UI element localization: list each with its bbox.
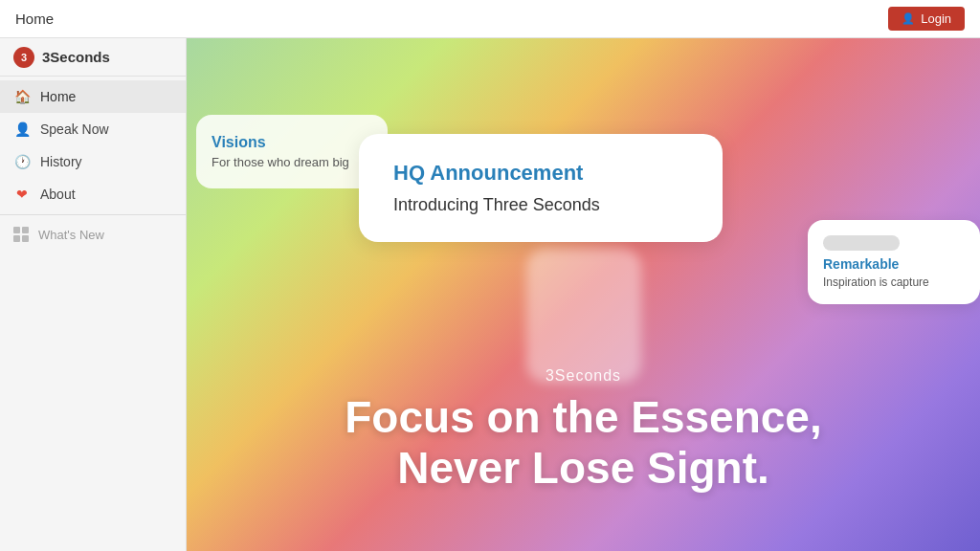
- heart-icon: ❤: [13, 186, 31, 203]
- hero-section: Visions For those who dream big HQ Annou…: [187, 38, 980, 551]
- sidebar-item-home[interactable]: 🏠 Home: [0, 80, 186, 113]
- main-content: Visions For those who dream big HQ Annou…: [187, 38, 980, 551]
- sidebar-item-history-label: History: [40, 154, 82, 169]
- hero-tagline-line2: Never Lose Signt.: [397, 443, 769, 493]
- visions-text: For those who dream big: [212, 155, 372, 169]
- sidebar-divider: [0, 214, 186, 215]
- app-header: Home Login: [0, 0, 980, 38]
- remarkable-title: Remarkable: [823, 256, 965, 272]
- main-layout: 3 3Seconds 🏠 Home 👤 Speak Now 🕐 History …: [0, 0, 980, 551]
- sidebar-nav: 🏠 Home 👤 Speak Now 🕐 History ❤ About Wha…: [0, 77, 186, 253]
- remarkable-card: Remarkable Inspiration is capture: [808, 220, 980, 304]
- sidebar-item-history[interactable]: 🕐 History: [0, 145, 186, 178]
- sidebar: 3 3Seconds 🏠 Home 👤 Speak Now 🕐 History …: [0, 38, 187, 551]
- remarkable-text: Inspiration is capture: [823, 276, 965, 289]
- home-icon: 🏠: [13, 88, 31, 105]
- hero-brand: 3Seconds: [187, 367, 980, 385]
- visions-title: Visions: [212, 134, 372, 151]
- grid-icon: [13, 227, 29, 242]
- announcement-subtitle: Introducing Three Seconds: [393, 195, 688, 215]
- hero-tagline: Focus on the Essence, Never Lose Signt.: [187, 392, 980, 494]
- remarkable-tag: [823, 235, 900, 251]
- login-button[interactable]: Login: [888, 7, 965, 31]
- sidebar-item-speak-now[interactable]: 👤 Speak Now: [0, 113, 186, 145]
- logo-icon: 3: [13, 47, 34, 68]
- page-title: Home: [15, 11, 54, 27]
- sidebar-item-about[interactable]: ❤ About: [0, 178, 186, 210]
- person-icon: 👤: [13, 121, 31, 138]
- announcement-title: HQ Announcement: [393, 161, 688, 186]
- whats-new-label: What's New: [38, 228, 104, 242]
- hero-tagline-line1: Focus on the Essence,: [345, 392, 821, 442]
- sidebar-item-speak-now-label: Speak Now: [40, 121, 109, 137]
- history-icon: 🕐: [13, 153, 31, 170]
- app-name: 3Seconds: [42, 49, 110, 65]
- phone-mockup: [526, 249, 641, 383]
- hero-bottom: 3Seconds Focus on the Essence, Never Los…: [187, 367, 980, 494]
- sidebar-item-home-label: Home: [40, 89, 76, 104]
- announcement-card: HQ Announcement Introducing Three Second…: [359, 134, 723, 242]
- sidebar-logo[interactable]: 3 3Seconds: [0, 38, 186, 77]
- sidebar-item-about-label: About: [40, 187, 76, 202]
- sidebar-item-whats-new[interactable]: What's New: [0, 219, 186, 250]
